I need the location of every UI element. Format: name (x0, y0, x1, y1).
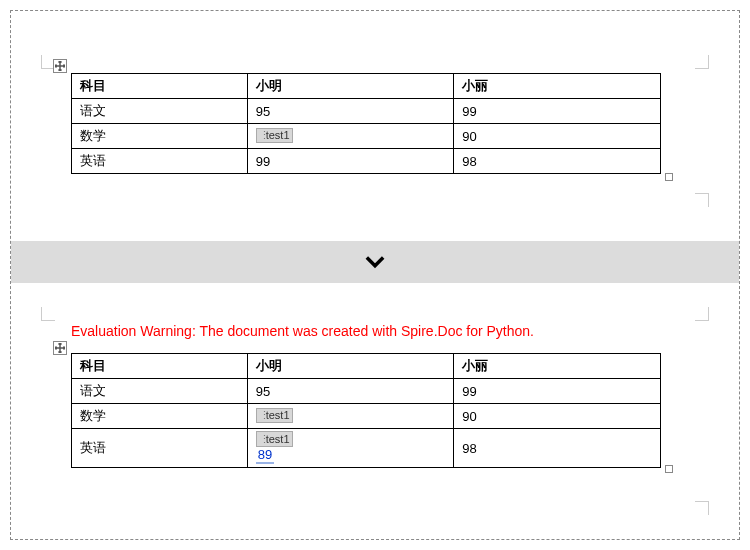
chevron-down-icon (361, 247, 389, 278)
edited-value[interactable]: 89 (256, 448, 274, 464)
table-resize-handle-icon[interactable] (665, 173, 673, 181)
field-grip-icon: ⋮ (259, 409, 265, 422)
table-row: 语文 95 99 (72, 99, 661, 124)
form-field-label: test1 (266, 409, 290, 421)
crop-mark (41, 303, 59, 321)
table-header-row: 科目 小明 小丽 (72, 74, 661, 99)
cell-ming-formfield[interactable]: ⋮test1 (247, 404, 454, 429)
cell-ming[interactable]: 95 (247, 379, 454, 404)
crop-mark (691, 193, 709, 211)
cell-li[interactable]: 90 (454, 404, 661, 429)
cell-subject[interactable]: 英语 (72, 149, 248, 174)
field-grip-icon: ⋮ (259, 129, 265, 142)
page-before: 科目 小明 小丽 语文 95 99 数学 ⋮test1 90 英 (11, 11, 739, 221)
cell-li[interactable]: 99 (454, 99, 661, 124)
divider-bar (11, 241, 739, 283)
selection-outline: 科目 小明 小丽 语文 95 99 数学 ⋮test1 90 英 (10, 10, 740, 540)
page-after: Evaluation Warning: The document was cre… (11, 283, 739, 539)
header-ming: 小明 (247, 354, 454, 379)
header-li: 小丽 (454, 354, 661, 379)
table-move-handle-icon[interactable] (53, 59, 67, 73)
cell-ming-edited[interactable]: ⋮test1 89 (247, 429, 454, 468)
cell-li[interactable]: 90 (454, 124, 661, 149)
header-ming: 小明 (247, 74, 454, 99)
evaluation-warning: Evaluation Warning: The document was cre… (71, 323, 534, 339)
table-row: 数学 ⋮test1 90 (72, 124, 661, 149)
form-field-label: test1 (266, 129, 290, 141)
table[interactable]: 科目 小明 小丽 语文 95 99 数学 ⋮test1 90 英 (71, 73, 661, 174)
cell-ming-formfield[interactable]: ⋮test1 (247, 124, 454, 149)
cell-subject[interactable]: 语文 (72, 99, 248, 124)
table-row: 语文 95 99 (72, 379, 661, 404)
header-subject: 科目 (72, 74, 248, 99)
cell-subject[interactable]: 数学 (72, 404, 248, 429)
field-grip-icon: ⋮ (259, 432, 265, 446)
form-field[interactable]: ⋮test1 (256, 128, 293, 143)
table-header-row: 科目 小明 小丽 (72, 354, 661, 379)
header-subject: 科目 (72, 354, 248, 379)
table[interactable]: 科目 小明 小丽 语文 95 99 数学 ⋮test1 90 英 (71, 353, 661, 468)
cell-li[interactable]: 98 (454, 429, 661, 468)
crop-mark (691, 501, 709, 519)
crop-mark (691, 303, 709, 321)
cell-li[interactable]: 99 (454, 379, 661, 404)
form-field[interactable]: ⋮test1 (256, 431, 293, 447)
scores-table-after: 科目 小明 小丽 语文 95 99 数学 ⋮test1 90 英 (71, 353, 661, 468)
cell-ming[interactable]: 95 (247, 99, 454, 124)
table-move-handle-icon[interactable] (53, 341, 67, 355)
cell-subject[interactable]: 数学 (72, 124, 248, 149)
crop-mark (691, 51, 709, 69)
cell-subject[interactable]: 英语 (72, 429, 248, 468)
table-resize-handle-icon[interactable] (665, 465, 673, 473)
cell-li[interactable]: 98 (454, 149, 661, 174)
cell-subject[interactable]: 语文 (72, 379, 248, 404)
table-row: 英语 ⋮test1 89 98 (72, 429, 661, 468)
table-row: 数学 ⋮test1 90 (72, 404, 661, 429)
form-field-label: test1 (266, 433, 290, 445)
header-li: 小丽 (454, 74, 661, 99)
cell-ming[interactable]: 99 (247, 149, 454, 174)
table-row: 英语 99 98 (72, 149, 661, 174)
form-field[interactable]: ⋮test1 (256, 408, 293, 423)
scores-table-before: 科目 小明 小丽 语文 95 99 数学 ⋮test1 90 英 (71, 73, 661, 174)
